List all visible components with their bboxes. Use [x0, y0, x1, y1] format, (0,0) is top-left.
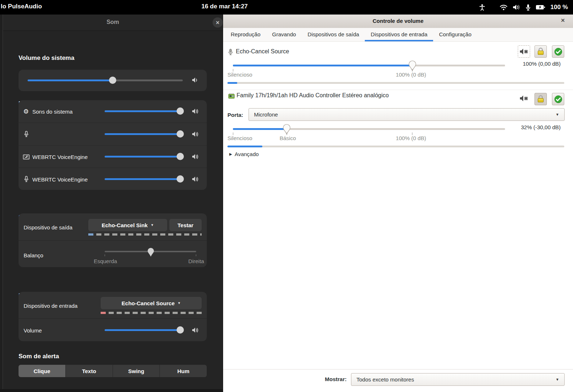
pavucontrol-window: Controle de volume ✕ Reprodução Gravando… [223, 15, 573, 392]
focused-app-name[interactable]: lo PulseAudio [1, 3, 42, 10]
speaker-icon[interactable] [192, 176, 199, 182]
device-volume-slider[interactable] [233, 65, 505, 66]
level-slider[interactable] [105, 110, 183, 112]
speaker-icon[interactable] [192, 108, 199, 114]
mute-button[interactable] [518, 45, 530, 58]
chevron-down-icon: ▼ [150, 223, 154, 227]
alert-option-swing[interactable]: Swing [113, 365, 160, 377]
close-icon[interactable]: ✕ [213, 17, 223, 28]
level-slider[interactable] [105, 156, 183, 158]
input-device-label: Dispositivo de entrada [24, 303, 77, 309]
chevron-down-icon: ▼ [556, 113, 559, 117]
speaker-icon[interactable] [192, 131, 199, 137]
level-slider-handle[interactable] [177, 107, 184, 115]
input-volume-fill [105, 329, 180, 331]
advanced-label: Avançado [235, 151, 259, 157]
volume-readout: 32% (-30,00 dB) [521, 124, 561, 130]
advanced-expander[interactable]: ▶ Avançado [229, 151, 259, 157]
wifi-icon[interactable] [500, 4, 508, 11]
test-button[interactable]: Testar [169, 219, 202, 231]
input-volume-slider[interactable] [105, 329, 183, 331]
system-volume-slider[interactable] [28, 79, 183, 81]
level-slider[interactable] [105, 133, 183, 135]
speaker-icon[interactable] [192, 327, 199, 333]
settings-headerbar[interactable]: Som ✕ [3, 15, 223, 31]
speaker-icon[interactable] [192, 154, 199, 160]
muted-speaker-icon [520, 48, 528, 55]
slider-tick [233, 132, 233, 135]
device-name: Family 17h/19h/1ah HD Audio Controller E… [237, 92, 389, 99]
balance-handle[interactable] [147, 248, 154, 257]
peak-meter [227, 82, 564, 84]
level-slider[interactable] [105, 178, 183, 180]
balance-left-label: Esquerda [94, 258, 117, 264]
device-volume-slider[interactable] [233, 128, 505, 130]
microphone-icon[interactable] [526, 4, 530, 11]
input-volume-handle[interactable] [177, 326, 184, 334]
input-device-dropdown[interactable]: Echo-Cancel Source ▼ [101, 297, 202, 309]
pavucontrol-titlebar[interactable]: Controle de volume ✕ [223, 15, 573, 28]
set-fallback-button[interactable] [552, 45, 564, 58]
device-volume-fill [233, 128, 287, 130]
alert-sound-heading: Som de alerta [19, 353, 59, 360]
alert-option-hum[interactable]: Hum [160, 365, 207, 377]
multimedia-icon [23, 154, 30, 160]
mute-button[interactable] [520, 95, 528, 102]
tab-reproducao[interactable]: Reprodução [225, 28, 266, 41]
show-combobox[interactable]: Todos exceto monitores ▼ [351, 373, 565, 386]
level-slider-handle[interactable] [177, 153, 184, 160]
lock-channels-button[interactable] [534, 93, 547, 105]
alert-option-texto[interactable]: Texto [65, 365, 113, 377]
set-fallback-button[interactable] [552, 93, 564, 105]
tab-gravando[interactable]: Gravando [266, 28, 302, 41]
level-row-label: WEBRTC VoiceEngine [32, 176, 88, 183]
input-level-meter-active [101, 312, 106, 314]
output-device-dropdown[interactable]: Echo-Cancel Sink ▼ [88, 219, 167, 231]
level-slider-fill [105, 110, 180, 112]
input-level-meter [101, 312, 202, 314]
level-slider-fill [105, 178, 180, 180]
tab-configuracao[interactable]: Configuração [433, 28, 477, 41]
slider-tick [287, 132, 287, 135]
system-tray[interactable]: 100 % [479, 0, 568, 15]
tick-label-silencioso: Silencioso [227, 72, 252, 78]
level-slider-handle[interactable] [177, 130, 184, 138]
volume-icon[interactable] [513, 4, 521, 11]
speaker-icon[interactable] [192, 77, 199, 83]
device-volume-fill [233, 65, 412, 66]
chevron-down-icon: ▼ [556, 377, 559, 381]
level-slider-handle[interactable] [177, 175, 184, 183]
balance-right-label: Direita [188, 258, 204, 264]
port-combobox[interactable]: Microfone ▼ [249, 108, 565, 121]
peak-meter [227, 146, 564, 147]
check-icon [554, 95, 562, 103]
battery-icon[interactable] [536, 4, 545, 10]
microphone-icon [228, 49, 233, 56]
lock-channels-button[interactable] [534, 45, 547, 58]
level-row-label: WEBRTC VoiceEngine [32, 154, 88, 160]
output-level-meter [88, 233, 202, 236]
audio-card-icon [228, 93, 235, 99]
lock-icon [537, 47, 545, 56]
tab-dispositivos-saida[interactable]: Dispositivos de saída [302, 28, 365, 41]
accessibility-icon[interactable] [479, 4, 485, 11]
input-volume-label: Volume [24, 327, 42, 334]
balance-tick-right [196, 254, 196, 256]
tab-dispositivos-entrada[interactable]: Dispositivos de entrada [365, 28, 433, 41]
system-volume-card [19, 70, 207, 91]
check-icon [554, 48, 562, 56]
close-icon[interactable]: ✕ [561, 17, 565, 23]
device-volume-handle[interactable] [408, 60, 416, 71]
show-label: Mostrar: [223, 376, 347, 382]
clock[interactable]: 16 de mar 14:27 [197, 3, 252, 10]
output-level-meter-active [88, 233, 93, 236]
system-volume-handle[interactable] [109, 77, 116, 84]
peak-meter-fill [227, 82, 237, 84]
port-label: Porta: [227, 112, 243, 118]
alert-option-clique[interactable]: Clique [19, 365, 65, 377]
gear-icon: ⚙ [23, 108, 29, 115]
input-volume-row: Volume [19, 318, 207, 342]
level-row-system-sounds: ⚙ Sons do sistema [19, 100, 207, 123]
level-row-mic [19, 123, 207, 146]
muted-speaker-icon [520, 95, 528, 102]
